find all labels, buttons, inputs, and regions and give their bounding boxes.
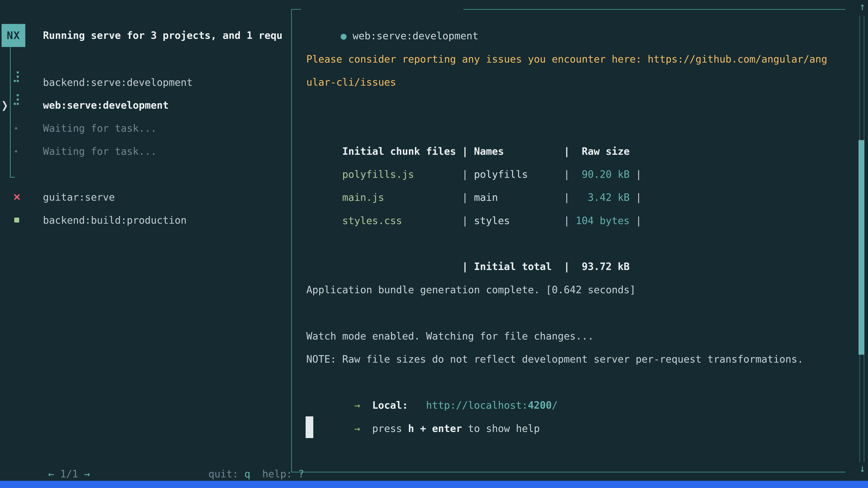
app-window: NX Running serve for 3 projects, and 1 r… [0,0,868,488]
chunk-row-polyfills: polyfills.js|polyfills|90.20 kB| [306,140,642,163]
status-bullet-icon: ● [341,30,347,41]
chunk-row-main: main.js|main|3.42 kB| [306,163,642,186]
scroll-up-icon[interactable]: ↑ [857,1,868,12]
watch-line: Watch mode enabled. Watching for file ch… [306,325,594,348]
column-separator: | [629,209,642,232]
column-separator: | [564,255,569,278]
panel-border-bottom [291,472,845,473]
quit-key: q [244,468,250,480]
shortcut-hints: quit:qhelp:? [173,440,304,462]
notice-line-1: Please consider reporting any issues you… [306,48,827,71]
help-label: help: [262,468,292,480]
quit-label: quit: [209,468,238,480]
chunk-size: 104 bytes [570,209,630,232]
panel-title: web:serve:development [352,30,478,41]
terminal-cursor [306,416,313,438]
waiting-dot-icon [15,127,17,129]
total-row: |Initial total|93.72 kB [306,232,629,255]
waiting-dot-icon [15,150,17,153]
arrow-right-icon: → [354,417,360,440]
column-separator: | [462,209,474,232]
help-hint-line: →pressh + enterto show help [306,394,540,417]
scroll-thumb[interactable] [859,140,864,355]
task-row-waiting-1[interactable]: Waiting for task... [43,117,157,140]
panel-border-left [291,9,292,473]
scroll-down-icon[interactable]: ↓ [857,463,868,474]
chunk-name: styles [474,209,564,232]
task-row-web-serve[interactable]: web:serve:development [43,94,168,117]
complete-line: Application bundle generation complete. … [306,278,636,301]
task-tree-line [10,47,11,177]
panel-title-row: ●web:serve:development [301,1,478,24]
success-square-icon [14,218,19,223]
task-row-backend-serve[interactable]: backend:serve:development [43,71,193,94]
app-title: Running serve for 3 projects, and 1 requ [43,24,289,47]
chunk-table-header: Initial chunk files|Names|Raw size [306,117,629,140]
column-separator: | [462,255,474,278]
spinner-icon [14,94,19,105]
nx-logo: NX [2,24,25,47]
prev-page-button[interactable]: ← [48,468,54,480]
local-url-line: →Local:http://localhost:4200/ [306,371,558,394]
notice-line-2: ular-cli/issues [306,71,396,94]
note-line: NOTE: Raw file sizes do not reflect deve… [306,348,803,371]
chunk-row-styles: styles.css|styles|104 bytes| [306,186,642,209]
total-size: 93.72 kB [570,255,630,278]
chunk-file: styles.css [342,209,462,232]
spinner-icon [14,71,19,82]
selection-chevron-icon: ❯ [1,92,8,119]
url-slash: / [552,399,558,411]
task-row-backend-build[interactable]: backend:build:production [43,209,187,232]
bottom-status-bar [0,481,868,488]
page-indicator: 1/1 [60,468,78,480]
hint-keys: h + enter [408,423,462,434]
panel-border-top-stub [291,9,301,10]
total-label: Initial total [474,255,564,278]
hint-pre: press [372,423,402,434]
next-page-button[interactable]: → [84,468,90,480]
task-row-guitar-serve[interactable]: guitar:serve [43,186,115,209]
pagination: ←1/1→ [12,440,90,462]
task-tree-corner [10,177,15,177]
task-row-waiting-2[interactable]: Waiting for task... [43,140,157,163]
error-x-icon [13,194,20,200]
column-separator: | [564,209,569,232]
panel-border-top [463,9,845,10]
hint-post: to show help [468,423,540,434]
help-key: ? [298,468,304,480]
